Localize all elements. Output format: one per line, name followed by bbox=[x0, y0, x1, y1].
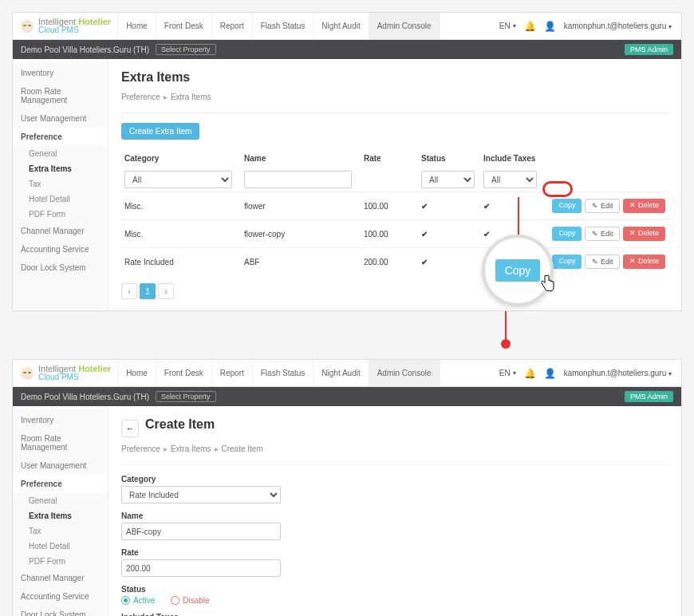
sidebar-accounting[interactable]: Accounting Service bbox=[13, 587, 108, 606]
sidebar-preference[interactable]: Preference bbox=[13, 128, 108, 146]
label-included-taxes: Included Taxes bbox=[121, 613, 668, 616]
app-logo: Intelligent Hotelier Cloud PMS bbox=[13, 13, 118, 39]
nav-home[interactable]: Home bbox=[118, 13, 156, 39]
property-name: Demo Pool Villa Hoteliers.Guru (TH) bbox=[21, 45, 149, 54]
sidebar-pref-pdfform[interactable]: PDF Form bbox=[13, 554, 108, 569]
sidebar-channelmgr[interactable]: Channel Manager bbox=[13, 222, 108, 240]
status-active-radio[interactable]: Active bbox=[121, 596, 155, 605]
sidebar-inventory[interactable]: Inventory bbox=[13, 411, 108, 429]
nav-flashstatus[interactable]: Flash Status bbox=[253, 360, 314, 386]
check-icon: ✔ bbox=[418, 223, 480, 245]
pms-admin-badge[interactable]: PMS Admin bbox=[625, 44, 673, 55]
pms-admin-badge[interactable]: PMS Admin bbox=[625, 391, 673, 402]
page-next[interactable]: › bbox=[158, 283, 174, 299]
sidebar-doorlock[interactable]: Door Lock System bbox=[13, 606, 108, 616]
nav-report[interactable]: Report bbox=[212, 360, 253, 386]
select-property-button[interactable]: Select Property bbox=[156, 391, 216, 402]
svg-rect-4 bbox=[23, 372, 26, 373]
nav-adminconsole[interactable]: Admin Console bbox=[369, 13, 440, 39]
nav-report[interactable]: Report bbox=[212, 13, 253, 39]
sidebar-usermgmt[interactable]: User Management bbox=[13, 109, 108, 128]
label-category: Category bbox=[121, 475, 668, 484]
page-prev[interactable]: ‹ bbox=[121, 283, 137, 299]
sidebar-usermgmt[interactable]: User Management bbox=[13, 456, 108, 475]
edit-button[interactable]: ✎ Edit bbox=[585, 199, 620, 213]
nav-nightaudit[interactable]: Night Audit bbox=[313, 360, 369, 386]
label-rate: Rate bbox=[121, 548, 668, 557]
col-name: Name bbox=[241, 149, 361, 168]
copy-button[interactable]: Copy bbox=[552, 227, 582, 241]
label-name: Name bbox=[121, 511, 668, 520]
rate-input[interactable] bbox=[121, 559, 281, 577]
sidebar-pref-hoteldetail[interactable]: Hotel Detail bbox=[13, 192, 108, 207]
sidebar-pref-extraitems[interactable]: Extra Items bbox=[13, 161, 108, 176]
back-button[interactable]: ← bbox=[121, 420, 139, 437]
col-category: Category bbox=[121, 149, 241, 168]
delete-button[interactable]: ✕ Delete bbox=[623, 199, 665, 213]
user-icon: 👤 bbox=[544, 21, 556, 32]
nav-frontdesk[interactable]: Front Desk bbox=[156, 360, 212, 386]
sidebar-channelmgr[interactable]: Channel Manager bbox=[13, 569, 108, 587]
col-taxes: Include Taxes bbox=[480, 149, 542, 168]
label-status: Status bbox=[121, 585, 668, 594]
nav-home[interactable]: Home bbox=[118, 360, 156, 386]
sidebar-accounting[interactable]: Accounting Service bbox=[13, 240, 108, 259]
status-disable-radio[interactable]: Disable bbox=[171, 596, 209, 605]
select-property-button[interactable]: Select Property bbox=[156, 44, 216, 55]
svg-point-3 bbox=[21, 367, 34, 380]
sidebar-roomrate[interactable]: Room Rate Management bbox=[13, 82, 108, 109]
copy-button[interactable]: Copy bbox=[552, 255, 582, 269]
category-select[interactable]: Rate Included bbox=[121, 486, 281, 503]
create-extra-item-button[interactable]: Create Extra Item bbox=[121, 123, 199, 140]
col-rate: Rate bbox=[361, 149, 418, 168]
col-status: Status bbox=[418, 149, 480, 168]
filter-taxes[interactable]: All bbox=[483, 171, 537, 188]
check-icon: ✔ bbox=[480, 223, 542, 245]
app-logo: Intelligent Hotelier Cloud PMS bbox=[13, 360, 118, 386]
svg-rect-1 bbox=[23, 25, 26, 26]
copy-button[interactable]: Copy bbox=[552, 199, 582, 213]
sidebar-pref-pdfform[interactable]: PDF Form bbox=[13, 207, 108, 222]
table-row: Misc. flower 100.00 ✔ ✔ Copy ✎ Edit ✕ De… bbox=[121, 192, 668, 219]
page-1[interactable]: 1 bbox=[140, 283, 156, 299]
table-row: Misc. flower-copy 100.00 ✔ ✔ Copy ✎ Edit… bbox=[121, 219, 668, 247]
svg-rect-5 bbox=[28, 372, 31, 373]
sidebar-preference[interactable]: Preference bbox=[13, 475, 108, 493]
user-menu[interactable]: kamonphun.t@hoteliers.guru ▾ bbox=[564, 22, 672, 30]
edit-button[interactable]: ✎ Edit bbox=[585, 255, 620, 269]
sidebar-pref-general[interactable]: General bbox=[13, 493, 108, 508]
nav-flashstatus[interactable]: Flash Status bbox=[253, 13, 314, 39]
nav-adminconsole[interactable]: Admin Console bbox=[369, 360, 440, 386]
check-icon: ✔ bbox=[418, 195, 480, 217]
user-icon: 👤 bbox=[544, 368, 556, 379]
sidebar-inventory[interactable]: Inventory bbox=[13, 64, 108, 82]
check-icon: ✔ bbox=[418, 251, 480, 273]
sidebar-pref-hoteldetail[interactable]: Hotel Detail bbox=[13, 539, 108, 554]
delete-button[interactable]: ✕ Delete bbox=[623, 227, 665, 241]
page-title: Extra Items bbox=[121, 70, 668, 85]
property-name: Demo Pool Villa Hoteliers.Guru (TH) bbox=[21, 393, 149, 401]
hand-cursor-icon bbox=[538, 274, 556, 298]
filter-name[interactable] bbox=[244, 171, 352, 188]
svg-rect-2 bbox=[28, 25, 31, 26]
language-selector[interactable]: EN▾ bbox=[499, 369, 516, 377]
filter-status[interactable]: All bbox=[421, 171, 475, 188]
delete-button[interactable]: ✕ Delete bbox=[623, 255, 665, 269]
sidebar-roomrate[interactable]: Room Rate Management bbox=[13, 429, 108, 456]
sidebar-pref-extraitems[interactable]: Extra Items bbox=[13, 508, 108, 523]
sidebar-pref-tax[interactable]: Tax bbox=[13, 176, 108, 192]
user-menu[interactable]: kamonphun.t@hoteliers.guru ▾ bbox=[564, 369, 672, 377]
breadcrumb: Preference▸Extra Items▸Create Item bbox=[121, 444, 668, 453]
edit-button[interactable]: ✎ Edit bbox=[585, 227, 620, 241]
sidebar-pref-tax[interactable]: Tax bbox=[13, 523, 108, 539]
svg-point-0 bbox=[21, 20, 34, 33]
sidebar-doorlock[interactable]: Door Lock System bbox=[13, 259, 108, 277]
nav-frontdesk[interactable]: Front Desk bbox=[156, 13, 212, 39]
bell-icon[interactable]: 🔔 bbox=[524, 368, 536, 379]
filter-category[interactable]: All bbox=[124, 171, 232, 188]
name-input[interactable] bbox=[121, 523, 281, 540]
language-selector[interactable]: EN▾ bbox=[499, 22, 516, 30]
nav-nightaudit[interactable]: Night Audit bbox=[313, 13, 369, 39]
sidebar-pref-general[interactable]: General bbox=[13, 146, 108, 161]
bell-icon[interactable]: 🔔 bbox=[524, 21, 536, 32]
